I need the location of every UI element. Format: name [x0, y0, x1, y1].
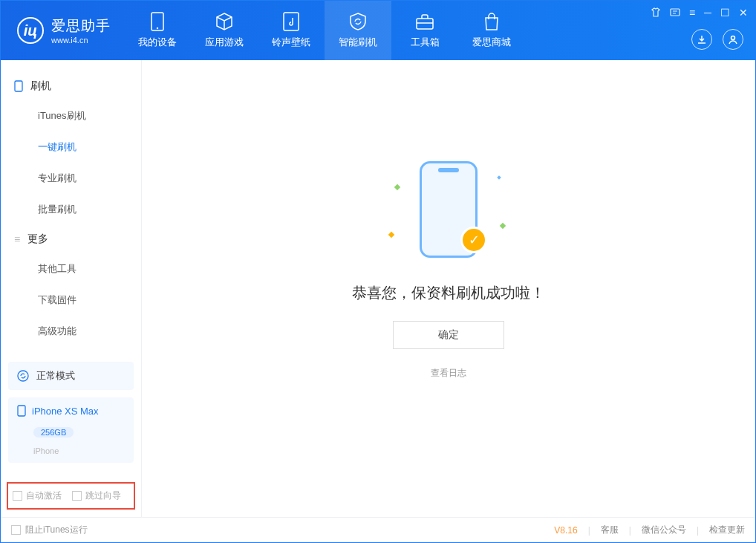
user-icon[interactable] [723, 29, 743, 50]
check-icon: ✓ [460, 227, 487, 253]
nav-label: 应用游戏 [205, 36, 244, 49]
device-type: iPhone [33, 446, 59, 455]
music-file-icon [281, 12, 301, 31]
window-controls: ≡ ─ ☐ ✕ [651, 7, 748, 19]
svg-rect-2 [284, 13, 299, 30]
logo-icon: iц [17, 17, 44, 44]
nav-label: 铃声壁纸 [272, 36, 310, 49]
shirt-icon[interactable] [651, 7, 661, 18]
footer-link-wechat[interactable]: 微信公众号 [642, 524, 686, 536]
ok-button[interactable]: 确定 [393, 321, 504, 349]
bag-icon [482, 12, 501, 31]
nav-toolbox[interactable]: 工具箱 [391, 1, 458, 60]
device-capacity: 256GB [33, 427, 74, 438]
sync-icon [17, 370, 29, 382]
cube-icon [215, 12, 234, 31]
close-button[interactable]: ✕ [739, 7, 748, 19]
list-icon: ≡ [14, 233, 20, 245]
sidebar: 刷机 iTunes刷机 一键刷机 专业刷机 批量刷机 ≡ 更多 其他工具 下载固… [1, 60, 142, 517]
nav-label: 工具箱 [411, 36, 440, 49]
skip-guide-checkbox[interactable]: 跳过向导 [72, 490, 121, 502]
nav-label: 爱思商城 [472, 36, 511, 49]
main-content: ✓ 恭喜您，保资料刷机成功啦！ 确定 查看日志 [142, 60, 755, 517]
nav-label: 我的设备 [138, 36, 177, 49]
svg-rect-3 [417, 19, 433, 29]
device-panel: 正常模式 iPhone XS Max 256GB iPhone [1, 354, 141, 478]
app-header: iц 爱思助手 www.i4.cn 我的设备 应用游戏 铃声壁纸 智能刷机 工具… [1, 1, 755, 60]
svg-point-7 [18, 371, 28, 381]
sidebar-item-batch-flash[interactable]: 批量刷机 [1, 194, 141, 225]
phone-small-icon [14, 80, 23, 92]
svg-rect-8 [18, 406, 25, 416]
sidebar-group-more: ≡ 更多 [1, 225, 141, 253]
header-actions [691, 29, 743, 50]
sidebar-group-flash: 刷机 [1, 72, 141, 100]
nav-label: 智能刷机 [339, 36, 377, 49]
refresh-shield-icon [348, 12, 368, 31]
success-message: 恭喜您，保资料刷机成功啦！ [352, 283, 545, 303]
status-bar: 阻止iTunes运行 V8.16 | 客服 | 微信公众号 | 检查更新 [1, 517, 755, 542]
menu-icon[interactable]: ≡ [689, 7, 695, 19]
nav-ringtone-wallpaper[interactable]: 铃声壁纸 [258, 1, 325, 60]
success-illustration: ✓ [382, 154, 515, 265]
device-card[interactable]: iPhone XS Max 256GB iPhone [8, 397, 134, 463]
nav-store[interactable]: 爱思商城 [458, 1, 525, 60]
phone-icon [148, 12, 167, 31]
feedback-icon[interactable] [670, 7, 680, 18]
device-mode-card[interactable]: 正常模式 [8, 362, 134, 390]
auto-activate-checkbox[interactable]: 自动激活 [13, 490, 62, 502]
svg-rect-6 [15, 81, 22, 91]
app-url: www.i4.cn [51, 36, 111, 45]
device-mode-label: 正常模式 [36, 369, 75, 383]
sidebar-item-pro-flash[interactable]: 专业刷机 [1, 163, 141, 194]
sidebar-item-itunes-flash[interactable]: iTunes刷机 [1, 100, 141, 131]
footer-link-support[interactable]: 客服 [601, 524, 619, 536]
nav-my-device[interactable]: 我的设备 [124, 1, 191, 60]
nav-apps-games[interactable]: 应用游戏 [191, 1, 258, 60]
svg-rect-4 [671, 9, 680, 16]
phone-outline-icon [17, 405, 26, 417]
top-nav: 我的设备 应用游戏 铃声壁纸 智能刷机 工具箱 爱思商城 [124, 1, 525, 60]
block-itunes-checkbox[interactable]: 阻止iTunes运行 [11, 524, 88, 536]
sidebar-item-oneclick-flash[interactable]: 一键刷机 [1, 131, 141, 163]
svg-point-1 [157, 27, 158, 29]
minimize-button[interactable]: ─ [704, 7, 711, 19]
sidebar-item-advanced[interactable]: 高级功能 [1, 316, 141, 347]
logo: iц 爱思助手 www.i4.cn [1, 16, 124, 45]
flash-options-highlight: 自动激活 跳过向导 [7, 482, 135, 510]
maximize-button[interactable]: ☐ [720, 7, 730, 19]
version-label: V8.16 [554, 525, 577, 536]
device-name: iPhone XS Max [32, 406, 99, 417]
toolbox-icon [415, 12, 434, 31]
sidebar-item-download-firmware[interactable]: 下载固件 [1, 284, 141, 316]
svg-point-5 [731, 36, 735, 40]
app-name: 爱思助手 [51, 16, 111, 36]
view-log-link[interactable]: 查看日志 [431, 367, 466, 380]
nav-smart-flash[interactable]: 智能刷机 [325, 1, 391, 60]
footer-link-update[interactable]: 检查更新 [709, 524, 745, 536]
sidebar-item-other-tools[interactable]: 其他工具 [1, 253, 141, 284]
download-icon[interactable] [691, 29, 712, 50]
